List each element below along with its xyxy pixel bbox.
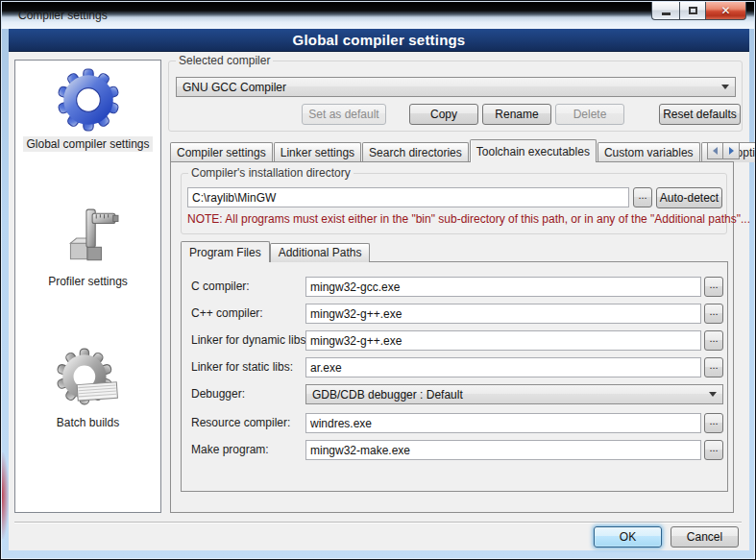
tab-custom-variables[interactable]: Custom variables <box>597 142 700 162</box>
dynamic-linker-input[interactable] <box>305 330 701 351</box>
static-linker-input[interactable] <box>305 357 701 377</box>
dynamic-linker-label: Linker for dynamic libs: <box>191 333 309 347</box>
settings-category-list: Global compiler settings <box>14 60 161 513</box>
sidebar-item-label: Global compiler settings <box>23 136 152 152</box>
dialog-content: Global compiler settings <box>9 52 749 550</box>
make-program-input[interactable] <box>305 440 701 460</box>
subtab-program-files[interactable]: Program Files <box>181 241 270 262</box>
static-linker-label: Linker for static libs: <box>191 360 293 374</box>
bin-subdirectory-note: NOTE: All programs must exist either in … <box>187 212 750 226</box>
resource-compiler-browse-button[interactable]: ... <box>704 413 723 433</box>
tab-linker-settings[interactable]: Linker settings <box>274 142 361 162</box>
sidebar-item-profiler-settings[interactable]: Profiler settings <box>15 206 160 289</box>
installation-directory-input[interactable] <box>187 187 629 207</box>
toolchain-executables-page: Compiler's installation directory ... Au… <box>170 161 734 513</box>
auto-detect-button[interactable]: Auto-detect <box>656 187 722 208</box>
static-linker-browse-button[interactable]: ... <box>704 357 723 377</box>
tab-scroll-left-button[interactable] <box>707 142 723 159</box>
installation-directory-group-label: Compiler's installation directory <box>188 166 354 180</box>
settings-tabstrip: Compiler settings Linker settings Search… <box>170 139 756 162</box>
arrow-right-icon <box>729 147 734 155</box>
selected-compiler-group: Selected compiler GNU GCC Compiler Set a… <box>168 61 743 132</box>
rename-button[interactable]: Rename <box>482 104 551 125</box>
chevron-down-icon <box>721 85 729 89</box>
dynamic-linker-browse-button[interactable]: ... <box>704 330 723 351</box>
close-button[interactable]: ✕ <box>706 2 746 20</box>
selected-compiler-group-label: Selected compiler <box>176 54 273 67</box>
maximize-button[interactable] <box>679 2 706 20</box>
sidebar-item-batch-builds[interactable]: Batch builds <box>15 347 160 430</box>
tab-toolchain-executables[interactable]: Toolchain executables <box>470 139 597 162</box>
subtab-additional-paths[interactable]: Additional Paths <box>270 243 371 262</box>
copy-button[interactable]: Copy <box>409 104 478 125</box>
minimize-button[interactable] <box>651 2 679 20</box>
cpp-compiler-browse-button[interactable]: ... <box>704 304 723 324</box>
ok-button[interactable]: OK <box>594 526 662 548</box>
compiler-settings-dialog: Compiler settings ✕ Global compiler sett… <box>0 0 756 560</box>
cpp-compiler-input[interactable] <box>305 304 701 324</box>
cancel-button[interactable]: Cancel <box>671 526 739 548</box>
titlebar[interactable]: Compiler settings ✕ <box>2 2 754 29</box>
compiler-select-value: GNU GCC Compiler <box>183 81 716 94</box>
tab-scroll-buttons <box>707 142 740 159</box>
toolchain-subtabs: Program Files Additional Paths <box>181 241 370 262</box>
blue-gear-icon <box>57 68 120 132</box>
batch-builds-gear-icon <box>57 347 120 410</box>
sidebar-item-global-compiler-settings[interactable]: Global compiler settings <box>15 68 160 152</box>
set-as-default-button[interactable]: Set as default <box>302 104 386 125</box>
page-title: Global compiler settings <box>293 32 466 48</box>
debugger-select-value: GDB/CDB debugger : Default <box>312 388 703 402</box>
arrow-left-icon <box>713 147 718 155</box>
resource-compiler-input[interactable] <box>305 413 701 433</box>
frame-reflection <box>2 452 9 539</box>
sidebar-item-label: Batch builds <box>54 415 122 430</box>
debugger-label: Debugger: <box>191 387 245 401</box>
dialog-header: Global compiler settings <box>9 29 749 52</box>
tab-compiler-settings[interactable]: Compiler settings <box>170 142 273 162</box>
installation-directory-group: Compiler's installation directory ... Au… <box>181 173 727 234</box>
tab-scroll-right-button[interactable] <box>723 142 740 159</box>
compiler-select[interactable]: GNU GCC Compiler <box>176 77 736 97</box>
reset-defaults-button[interactable]: Reset defaults <box>659 104 741 125</box>
debugger-select[interactable]: GDB/CDB debugger : Default <box>305 384 723 404</box>
browse-directory-button[interactable]: ... <box>633 187 652 207</box>
delete-button[interactable]: Delete <box>555 104 624 125</box>
caption-buttons: ✕ <box>651 2 746 20</box>
make-program-browse-button[interactable]: ... <box>704 440 723 460</box>
resource-compiler-label: Resource compiler: <box>191 416 290 429</box>
c-compiler-input[interactable] <box>305 277 701 297</box>
sidebar-item-label: Profiler settings <box>45 274 131 289</box>
close-icon: ✕ <box>720 5 730 16</box>
program-files-panel: C compiler: ... C++ compiler: ... Linker… <box>181 261 728 492</box>
minimize-icon <box>662 12 671 15</box>
maximize-icon <box>689 7 697 14</box>
cpp-compiler-label: C++ compiler: <box>191 306 263 320</box>
c-compiler-label: C compiler: <box>191 280 250 293</box>
make-program-label: Make program: <box>191 443 269 456</box>
window-title: Compiler settings <box>18 9 108 22</box>
c-compiler-browse-button[interactable]: ... <box>704 277 723 297</box>
chevron-down-icon <box>709 392 717 397</box>
caliper-icon <box>57 206 120 269</box>
footer-separator <box>14 522 742 523</box>
tab-search-directories[interactable]: Search directories <box>362 142 469 162</box>
